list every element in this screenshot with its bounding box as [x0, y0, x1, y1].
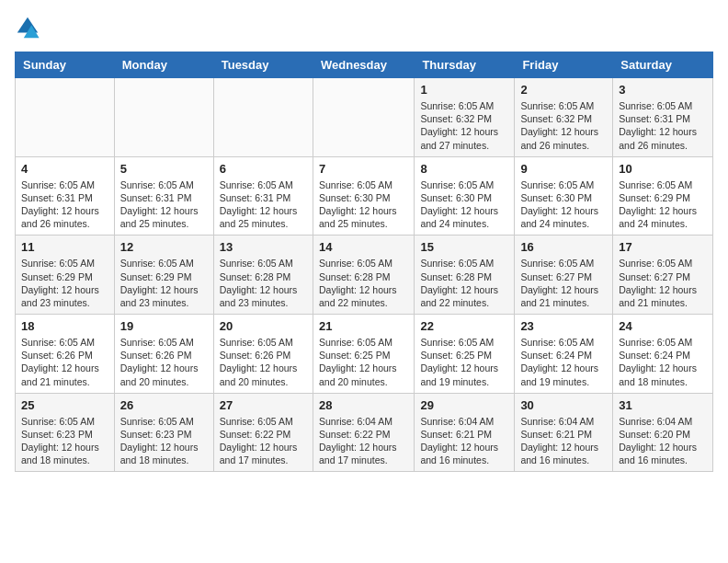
day-detail: Sunrise: 6:05 AM Sunset: 6:23 PM Dayligh… [21, 415, 108, 467]
calendar-cell: 27Sunrise: 6:05 AM Sunset: 6:22 PM Dayli… [213, 393, 313, 472]
day-detail: Sunrise: 6:05 AM Sunset: 6:25 PM Dayligh… [319, 336, 408, 388]
calendar-week-row: 1Sunrise: 6:05 AM Sunset: 6:32 PM Daylig… [16, 78, 713, 157]
calendar-cell: 24Sunrise: 6:05 AM Sunset: 6:24 PM Dayli… [613, 315, 713, 394]
day-detail: Sunrise: 6:05 AM Sunset: 6:30 PM Dayligh… [520, 178, 607, 231]
day-detail: Sunrise: 6:05 AM Sunset: 6:28 PM Dayligh… [319, 257, 408, 309]
day-number: 16 [520, 240, 607, 254]
day-detail: Sunrise: 6:05 AM Sunset: 6:30 PM Dayligh… [319, 178, 408, 231]
calendar-cell: 8Sunrise: 6:05 AM Sunset: 6:30 PM Daylig… [415, 156, 515, 236]
calendar-cell: 18Sunrise: 6:05 AM Sunset: 6:26 PM Dayli… [16, 315, 115, 394]
day-detail: Sunrise: 6:04 AM Sunset: 6:21 PM Dayligh… [520, 415, 607, 467]
calendar-cell: 13Sunrise: 6:05 AM Sunset: 6:28 PM Dayli… [213, 236, 313, 315]
day-detail: Sunrise: 6:05 AM Sunset: 6:24 PM Dayligh… [520, 336, 607, 388]
calendar-cell: 9Sunrise: 6:05 AM Sunset: 6:30 PM Daylig… [515, 156, 613, 236]
day-number: 2 [520, 83, 607, 97]
weekday-header: Monday [114, 52, 213, 78]
day-detail: Sunrise: 6:05 AM Sunset: 6:25 PM Dayligh… [420, 336, 508, 388]
day-number: 4 [21, 162, 108, 176]
day-detail: Sunrise: 6:05 AM Sunset: 6:32 PM Dayligh… [520, 99, 607, 152]
day-detail: Sunrise: 6:05 AM Sunset: 6:29 PM Dayligh… [619, 178, 707, 231]
calendar-cell [313, 78, 414, 157]
day-number: 13 [220, 240, 307, 254]
day-number: 26 [120, 398, 208, 412]
day-detail: Sunrise: 6:05 AM Sunset: 6:28 PM Dayligh… [220, 257, 307, 309]
weekday-header: Sunday [16, 52, 115, 78]
day-detail: Sunrise: 6:05 AM Sunset: 6:26 PM Dayligh… [21, 336, 108, 388]
day-number: 15 [420, 240, 508, 254]
day-number: 28 [319, 398, 408, 412]
day-number: 29 [420, 398, 508, 412]
day-detail: Sunrise: 6:05 AM Sunset: 6:27 PM Dayligh… [619, 257, 707, 309]
day-number: 17 [619, 240, 707, 254]
calendar-week-row: 11Sunrise: 6:05 AM Sunset: 6:29 PM Dayli… [16, 236, 713, 315]
calendar-week-row: 25Sunrise: 6:05 AM Sunset: 6:23 PM Dayli… [16, 393, 713, 472]
calendar-cell: 1Sunrise: 6:05 AM Sunset: 6:32 PM Daylig… [415, 78, 515, 157]
calendar-cell: 12Sunrise: 6:05 AM Sunset: 6:29 PM Dayli… [114, 236, 213, 315]
weekday-header: Friday [515, 52, 613, 78]
day-detail: Sunrise: 6:05 AM Sunset: 6:32 PM Dayligh… [420, 99, 508, 152]
day-number: 19 [120, 319, 208, 333]
logo-icon [15, 15, 40, 40]
calendar-cell: 17Sunrise: 6:05 AM Sunset: 6:27 PM Dayli… [613, 236, 713, 315]
calendar-table: SundayMondayTuesdayWednesdayThursdayFrid… [15, 52, 713, 472]
day-detail: Sunrise: 6:05 AM Sunset: 6:31 PM Dayligh… [120, 178, 208, 231]
calendar-cell: 11Sunrise: 6:05 AM Sunset: 6:29 PM Dayli… [16, 236, 115, 315]
weekday-header: Tuesday [213, 52, 313, 78]
weekday-header: Saturday [613, 52, 713, 78]
day-detail: Sunrise: 6:05 AM Sunset: 6:26 PM Dayligh… [220, 336, 307, 388]
calendar-cell: 10Sunrise: 6:05 AM Sunset: 6:29 PM Dayli… [613, 156, 713, 236]
calendar-cell [114, 78, 213, 157]
day-detail: Sunrise: 6:05 AM Sunset: 6:31 PM Dayligh… [220, 178, 307, 231]
calendar-week-row: 4Sunrise: 6:05 AM Sunset: 6:31 PM Daylig… [16, 156, 713, 236]
day-number: 7 [319, 162, 408, 176]
weekday-header: Thursday [415, 52, 515, 78]
calendar-cell: 28Sunrise: 6:04 AM Sunset: 6:22 PM Dayli… [313, 393, 414, 472]
day-number: 12 [120, 240, 208, 254]
day-number: 31 [619, 398, 707, 412]
calendar-cell: 21Sunrise: 6:05 AM Sunset: 6:25 PM Dayli… [313, 315, 414, 394]
day-detail: Sunrise: 6:05 AM Sunset: 6:30 PM Dayligh… [420, 178, 508, 231]
day-number: 10 [619, 162, 707, 176]
calendar-week-row: 18Sunrise: 6:05 AM Sunset: 6:26 PM Dayli… [16, 315, 713, 394]
day-number: 30 [520, 398, 607, 412]
calendar-cell: 6Sunrise: 6:05 AM Sunset: 6:31 PM Daylig… [213, 156, 313, 236]
calendar-cell: 29Sunrise: 6:04 AM Sunset: 6:21 PM Dayli… [415, 393, 515, 472]
day-number: 20 [220, 319, 307, 333]
calendar-cell: 4Sunrise: 6:05 AM Sunset: 6:31 PM Daylig… [16, 156, 115, 236]
day-detail: Sunrise: 6:05 AM Sunset: 6:23 PM Dayligh… [120, 415, 208, 467]
day-number: 24 [619, 319, 707, 333]
day-number: 27 [220, 398, 307, 412]
calendar-cell [16, 78, 115, 157]
day-number: 14 [319, 240, 408, 254]
day-number: 1 [420, 83, 508, 97]
calendar-cell: 16Sunrise: 6:05 AM Sunset: 6:27 PM Dayli… [515, 236, 613, 315]
calendar-cell: 15Sunrise: 6:05 AM Sunset: 6:28 PM Dayli… [415, 236, 515, 315]
day-number: 8 [420, 162, 508, 176]
day-number: 25 [21, 398, 108, 412]
calendar-cell: 19Sunrise: 6:05 AM Sunset: 6:26 PM Dayli… [114, 315, 213, 394]
calendar-cell: 23Sunrise: 6:05 AM Sunset: 6:24 PM Dayli… [515, 315, 613, 394]
calendar-cell: 22Sunrise: 6:05 AM Sunset: 6:25 PM Dayli… [415, 315, 515, 394]
day-detail: Sunrise: 6:05 AM Sunset: 6:28 PM Dayligh… [420, 257, 508, 309]
calendar-cell: 20Sunrise: 6:05 AM Sunset: 6:26 PM Dayli… [213, 315, 313, 394]
day-detail: Sunrise: 6:05 AM Sunset: 6:22 PM Dayligh… [220, 415, 307, 467]
calendar-cell: 30Sunrise: 6:04 AM Sunset: 6:21 PM Dayli… [515, 393, 613, 472]
day-detail: Sunrise: 6:04 AM Sunset: 6:22 PM Dayligh… [319, 415, 408, 467]
page-header [15, 15, 713, 40]
day-detail: Sunrise: 6:05 AM Sunset: 6:24 PM Dayligh… [619, 336, 707, 388]
svg-marker-0 [17, 17, 38, 33]
day-number: 18 [21, 319, 108, 333]
calendar-cell: 2Sunrise: 6:05 AM Sunset: 6:32 PM Daylig… [515, 78, 613, 157]
day-detail: Sunrise: 6:05 AM Sunset: 6:31 PM Dayligh… [619, 99, 707, 152]
calendar-cell: 14Sunrise: 6:05 AM Sunset: 6:28 PM Dayli… [313, 236, 414, 315]
day-number: 3 [619, 83, 707, 97]
day-detail: Sunrise: 6:05 AM Sunset: 6:26 PM Dayligh… [120, 336, 208, 388]
day-number: 23 [520, 319, 607, 333]
day-detail: Sunrise: 6:04 AM Sunset: 6:21 PM Dayligh… [420, 415, 508, 467]
logo [15, 15, 44, 40]
day-detail: Sunrise: 6:04 AM Sunset: 6:20 PM Dayligh… [619, 415, 707, 467]
day-detail: Sunrise: 6:05 AM Sunset: 6:31 PM Dayligh… [21, 178, 108, 231]
calendar-cell: 3Sunrise: 6:05 AM Sunset: 6:31 PM Daylig… [613, 78, 713, 157]
weekday-header: Wednesday [313, 52, 414, 78]
calendar-cell: 7Sunrise: 6:05 AM Sunset: 6:30 PM Daylig… [313, 156, 414, 236]
